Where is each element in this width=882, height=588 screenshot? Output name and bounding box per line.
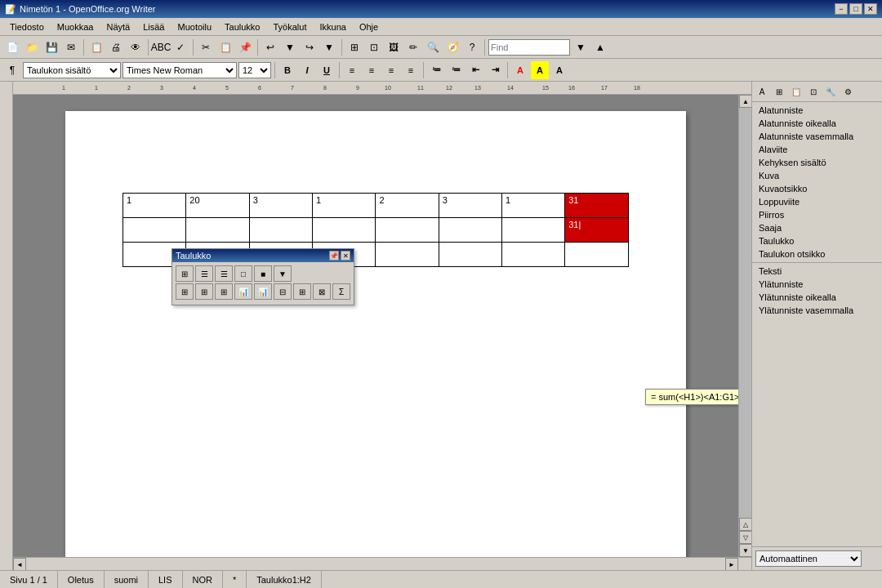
tt-border-btn[interactable]: □ [234, 265, 252, 282]
spell-button[interactable]: ABC [152, 38, 170, 56]
tt-opt7[interactable]: ⊞ [293, 283, 311, 300]
scroll-pagedown-button[interactable]: ▽ [739, 531, 751, 544]
paste-button[interactable]: 📌 [236, 38, 254, 56]
font-color-button[interactable]: A [511, 61, 529, 79]
save-button[interactable]: 💾 [42, 38, 60, 56]
table-toolbar-titlebar[interactable]: Taulukko 📌 ✕ [172, 249, 354, 262]
highlight-color-button[interactable]: A [531, 61, 549, 79]
cell-h3[interactable] [565, 243, 629, 267]
menu-lisaa[interactable]: Lisää [136, 20, 171, 33]
find-input[interactable] [488, 39, 570, 56]
insert-draw-button[interactable]: ✏ [404, 38, 422, 56]
hscroll-right[interactable]: ► [725, 558, 738, 570]
style-select[interactable]: Taulukon sisältö [23, 62, 121, 78]
find-next-button[interactable]: ▼ [572, 38, 590, 56]
menu-ikkuna[interactable]: Ikkuna [313, 20, 352, 33]
cell-e1[interactable]: 2 [376, 194, 439, 218]
tt-opt5[interactable]: 📊 [254, 283, 272, 300]
cut-button[interactable]: ✂ [197, 38, 215, 56]
rp-icon5[interactable]: 🔧 [822, 83, 839, 100]
menu-muotoilu[interactable]: Muotoilu [171, 20, 218, 33]
navigator-button[interactable]: 🧭 [443, 38, 461, 56]
tt-opt2[interactable]: ⊞ [195, 283, 213, 300]
list-ordered-button[interactable]: ≔ [447, 61, 465, 79]
style-taulukko[interactable]: Taulukko [752, 234, 882, 247]
menu-tiedosto[interactable]: Tiedosto [3, 20, 51, 33]
style-ylatunniste[interactable]: Ylätunniste [752, 278, 882, 291]
table-toolbar-pin[interactable]: 📌 [329, 251, 339, 261]
find-button[interactable]: 🔍 [424, 38, 442, 56]
pdf-button[interactable]: 📋 [87, 38, 105, 56]
menu-muokkaa[interactable]: Muokkaa [51, 20, 100, 33]
align-left-button[interactable]: ≡ [343, 61, 361, 79]
tt-color-btn[interactable]: ■ [254, 265, 272, 282]
cell-h2[interactable]: 31| [565, 218, 629, 243]
redo-dropdown[interactable]: ▼ [320, 38, 338, 56]
insert-frame-button[interactable]: ⊡ [365, 38, 383, 56]
insert-pic-button[interactable]: 🖼 [385, 38, 403, 56]
help-button[interactable]: ? [463, 38, 481, 56]
cell-g1[interactable]: 1 [501, 194, 564, 218]
tt-color-dropdown[interactable]: ▼ [274, 265, 292, 282]
maximize-button[interactable]: □ [849, 3, 862, 15]
cell-h1[interactable]: 31 [565, 194, 629, 218]
tt-opt4[interactable]: 📊 [234, 283, 252, 300]
italic-button[interactable]: I [298, 61, 316, 79]
scroll-up-button[interactable]: ▲ [739, 95, 751, 108]
cell-d1[interactable]: 1 [313, 194, 376, 218]
style-piirros[interactable]: Piirros [752, 208, 882, 221]
style-loppuviite[interactable]: Loppuviite [752, 195, 882, 208]
preview-button[interactable]: 👁 [127, 38, 145, 56]
style-alatunniste-vasemmalla[interactable]: Alatunniste vasemmalla [752, 130, 882, 143]
cell-a2[interactable] [123, 218, 186, 243]
cell-f1[interactable]: 3 [439, 194, 501, 218]
cell-d2[interactable] [313, 218, 376, 243]
minimize-button[interactable]: − [835, 3, 848, 15]
cell-c1[interactable]: 3 [249, 194, 312, 218]
tt-opt8[interactable]: ⊠ [313, 283, 331, 300]
open-button[interactable]: 📁 [23, 38, 41, 56]
style-ylatunniste-vasemmalla[interactable]: Ylätunniste vasemmalla [752, 304, 882, 317]
style-ylatunniste-oikealla[interactable]: Ylätunniste oikealla [752, 291, 882, 304]
rp-icon4[interactable]: ⊡ [805, 83, 822, 100]
underline-button[interactable]: U [318, 61, 336, 79]
style-kuvaotsikko[interactable]: Kuvaotsikko [752, 182, 882, 195]
cell-e3[interactable] [376, 243, 439, 267]
tt-opt6[interactable]: ⊟ [274, 283, 292, 300]
style-teksti[interactable]: Teksti [752, 265, 882, 278]
cell-b1[interactable]: 20 [186, 194, 250, 218]
menu-nayta[interactable]: Näytä [100, 20, 136, 33]
list-unordered-button[interactable]: ≔ [427, 61, 445, 79]
font-select[interactable]: Times New Roman [122, 62, 237, 78]
insert-table-button[interactable]: ⊞ [345, 38, 363, 56]
redo-button[interactable]: ↪ [301, 38, 318, 56]
align-right-button[interactable]: ≡ [382, 61, 400, 79]
undo-dropdown[interactable]: ▼ [281, 38, 299, 56]
tt-opt3[interactable]: ⊞ [215, 283, 233, 300]
email-button[interactable]: ✉ [62, 38, 80, 56]
new-button[interactable]: 📄 [3, 38, 21, 56]
tt-table-btn[interactable]: ⊞ [176, 265, 194, 282]
align-center-button[interactable]: ≡ [363, 61, 381, 79]
style-alaviite[interactable]: Alaviite [752, 143, 882, 156]
cell-c2[interactable] [249, 218, 312, 243]
cell-a1[interactable]: 1 [123, 194, 186, 218]
tt-sum[interactable]: Σ [332, 283, 350, 300]
style-alatunniste[interactable]: Alatunniste [752, 104, 882, 117]
autocorrect-button[interactable]: ✓ [172, 38, 189, 56]
rp-icon2[interactable]: ⊞ [771, 83, 787, 100]
rp-icon6[interactable]: ⚙ [840, 83, 856, 100]
table-toolbar-close[interactable]: ✕ [341, 251, 350, 261]
rp-icon1[interactable]: A [754, 83, 770, 100]
style-kuva[interactable]: Kuva [752, 169, 882, 182]
cell-f2[interactable] [439, 218, 501, 243]
bold-button[interactable]: B [278, 61, 296, 79]
rp-icon3[interactable]: 📋 [788, 83, 804, 100]
tt-col-btn[interactable]: ☰ [215, 265, 233, 282]
indent-more-button[interactable]: ⇥ [486, 61, 504, 79]
find-prev-button[interactable]: ▲ [591, 38, 609, 56]
hscroll-left[interactable]: ◄ [13, 558, 26, 570]
menu-ohje[interactable]: Ohje [353, 20, 385, 33]
cell-e2[interactable] [376, 218, 439, 243]
style-saaja[interactable]: Saaja [752, 221, 882, 234]
